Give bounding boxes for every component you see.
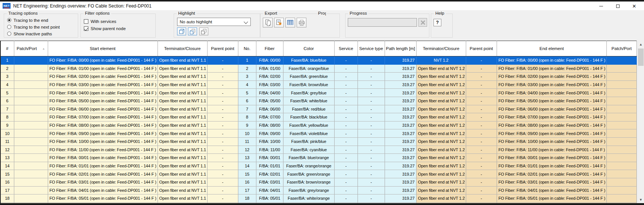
cell-end-element[interactable]: FO Fiber: F/BA: 03/01 (open in cable: Fe… <box>497 178 606 186</box>
cell-parent-point-end[interactable]: - <box>466 154 497 162</box>
cell-fiber[interactable]: F/BA: 03/01 <box>256 178 283 186</box>
cell-patch-port-end[interactable] <box>606 178 636 186</box>
cell-fiber-no[interactable]: 10 <box>238 129 256 138</box>
cell-start-element[interactable]: FO Fiber: F/BA: 07/00 (open in cable: Fe… <box>48 113 158 121</box>
cell-parent-point-end[interactable] <box>466 202 497 203</box>
cell-terminator-closure-start[interactable]: Open fiber end at NVT 1.1 <box>158 113 207 121</box>
cell-path-length[interactable]: 319.27 <box>385 146 416 154</box>
column-header-color[interactable]: Color <box>283 41 334 56</box>
cell-patch-port-end[interactable] <box>606 154 636 162</box>
cell-fiber-no[interactable]: 5 <box>238 89 256 97</box>
cell-service[interactable]: - <box>334 137 358 146</box>
cell-fiber[interactable]: F/BA: 06/00 <box>256 105 283 113</box>
cell-row-number[interactable]: 1 <box>0 56 14 65</box>
cell-parent-point-start[interactable]: - <box>207 56 238 65</box>
cell-start-element[interactable]: FO Fiber: F/BA: 00/00 (open in cable: Fe… <box>48 56 158 65</box>
cell-service-type[interactable]: - <box>358 194 385 203</box>
cell-terminator-closure-end[interactable]: Open fiber end at NVT 1.2 <box>416 194 466 203</box>
cell-color[interactable]: Faser/BA: cyan/blue <box>283 146 334 154</box>
cell-service[interactable]: - <box>334 105 358 113</box>
cell-patch-port-start[interactable] <box>14 162 48 170</box>
cell-service-type[interactable]: - <box>358 129 385 138</box>
cell-parent-point-end[interactable]: - <box>466 162 497 170</box>
cell-patch-port-end[interactable] <box>606 194 636 203</box>
cell-parent-point-start[interactable]: - <box>207 121 238 129</box>
cell-terminator-closure-end[interactable]: Open fiber end at NVT 1.2 <box>416 137 466 146</box>
cell-parent-point-start[interactable]: - <box>207 178 238 186</box>
cell-patch-port-start[interactable] <box>14 194 48 203</box>
cell-fiber[interactable]: F/BA: 04/01 <box>256 186 283 194</box>
table-row[interactable]: 13FO Fiber: F/BA: 00/01 (open in cable: … <box>0 154 637 162</box>
cell-parent-point-end[interactable]: - <box>466 129 497 138</box>
cell-end-element[interactable]: FO Fiber: F/BA: 11/00 (open in cable: Fe… <box>497 146 606 154</box>
radio-icon[interactable] <box>7 25 11 29</box>
cell-service[interactable]: - <box>334 170 358 178</box>
cell-fiber-no[interactable]: 17 <box>238 186 256 194</box>
cell-fiber[interactable]: F/BA: 07/00 <box>256 113 283 121</box>
cell-end-element[interactable] <box>497 202 606 203</box>
cell-end-element[interactable]: FO Fiber: F/BA: 02/01 (open in cable: Fe… <box>497 170 606 178</box>
cell-fiber-no[interactable]: 15 <box>238 170 256 178</box>
cell-patch-port-end[interactable] <box>606 73 636 81</box>
highlight-double-cube-blue-button[interactable] <box>188 27 197 35</box>
table-row[interactable]: 6FO Fiber: F/BA: 05/00 (open in cable: F… <box>0 97 637 105</box>
column-header-patch-port-start[interactable]: Patch/Port▲ <box>14 41 48 56</box>
scrollbar-thumb[interactable] <box>638 49 644 66</box>
cell-parent-point-end[interactable]: - <box>466 80 497 89</box>
cell-patch-port-start[interactable] <box>14 170 48 178</box>
tracing-option-1[interactable]: Tracing to the next point <box>7 24 78 30</box>
cell-color[interactable]: Faser/BA: orange/blue <box>283 64 334 73</box>
cell-patch-port-start[interactable] <box>14 97 48 105</box>
cell-parent-point-start[interactable]: - <box>207 64 238 73</box>
cell-service-type[interactable]: - <box>358 137 385 146</box>
cell-patch-port-start[interactable] <box>14 73 48 81</box>
column-header-patch-port-end[interactable]: Patch/Port <box>606 41 636 56</box>
cell-start-element[interactable]: FO Fiber: F/BA: 03/01 (open in cable: Fe… <box>48 178 158 186</box>
cell-patch-port-start[interactable] <box>14 154 48 162</box>
cell-patch-port-end[interactable] <box>606 97 636 105</box>
cell-start-element[interactable]: FO Fiber: F/BA: 08/00 (open in cable: Fe… <box>48 121 158 129</box>
cell-service-type[interactable]: - <box>358 146 385 154</box>
cell-start-element[interactable]: FO Fiber: F/BA: 09/00 (open in cable: Fe… <box>48 129 158 138</box>
cell-patch-port-end[interactable] <box>606 113 636 121</box>
cell-parent-point-start[interactable]: - <box>207 129 238 138</box>
cell-start-element[interactable]: FO Fiber: F/BA: 01/00 (open in cable: Fe… <box>48 64 158 73</box>
cell-patch-port-start[interactable] <box>14 89 48 97</box>
cell-end-element[interactable]: FO Fiber: F/BA: 01/00 (open in cable: Fe… <box>497 64 606 73</box>
radio-icon[interactable] <box>7 18 11 22</box>
cell-terminator-closure-start[interactable]: Open fiber end at NVT 1.1 <box>158 186 207 194</box>
cell-terminator-closure-end[interactable]: Open fiber end at NVT 1.2 <box>416 113 466 121</box>
cell-service-type[interactable]: - <box>358 73 385 81</box>
cell-path-length[interactable]: 319.27 <box>385 56 416 65</box>
cell-start-element[interactable]: FO Fiber: F/BA: 11/00 (open in cable: Fe… <box>48 146 158 154</box>
cell-terminator-closure-end[interactable]: Open fiber end at NVT 1.2 <box>416 73 466 81</box>
cell-terminator-closure-start[interactable]: Open fiber end at NVT 1.1 <box>158 97 207 105</box>
cell-service-type[interactable]: - <box>358 121 385 129</box>
cell-patch-port-start[interactable] <box>14 105 48 113</box>
cell-row-number[interactable]: 16 <box>0 178 14 186</box>
cell-parent-point-end[interactable]: - <box>466 64 497 73</box>
cell-row-number[interactable]: 3 <box>0 73 14 81</box>
cell-end-element[interactable]: FO Fiber: F/BA: 03/00 (open in cable: Fe… <box>497 80 606 89</box>
cell-terminator-closure-end[interactable]: Open fiber end at NVT 1.2 <box>416 186 466 194</box>
cell-patch-port-end[interactable] <box>606 146 636 154</box>
cell-patch-port-end[interactable] <box>606 137 636 146</box>
cell-patch-port-end[interactable] <box>606 64 636 73</box>
tracing-option-0[interactable]: Tracing to the end <box>7 17 78 23</box>
cell-fiber[interactable]: F/BA: 03/00 <box>256 80 283 89</box>
cell-row-number[interactable]: 15 <box>0 170 14 178</box>
cell-row-number[interactable] <box>0 202 14 203</box>
table-row[interactable]: 5FO Fiber: F/BA: 04/00 (open in cable: F… <box>0 89 637 97</box>
cell-color[interactable]: Faser/BA: violett/blue <box>283 129 334 138</box>
table-row[interactable]: 15FO Fiber: F/BA: 02/01 (open in cable: … <box>0 170 637 178</box>
cell-start-element[interactable]: FO Fiber: F/BA: 03/00 (open in cable: Fe… <box>48 80 158 89</box>
cell-parent-point-start[interactable]: - <box>207 162 238 170</box>
cell-fiber[interactable]: F/BA: 01/00 <box>256 64 283 73</box>
cell-service[interactable]: - <box>334 73 358 81</box>
cell-fiber-no[interactable]: 2 <box>238 64 256 73</box>
cell-terminator-closure-end[interactable]: Open fiber end at NVT 1.2 <box>416 129 466 138</box>
cell-parent-point-end[interactable]: - <box>466 56 497 65</box>
cell-patch-port-start[interactable] <box>14 129 48 138</box>
cell-row-number[interactable]: 14 <box>0 162 14 170</box>
cell-terminator-closure-start[interactable]: Open fiber end at NVT 1.1 <box>158 105 207 113</box>
